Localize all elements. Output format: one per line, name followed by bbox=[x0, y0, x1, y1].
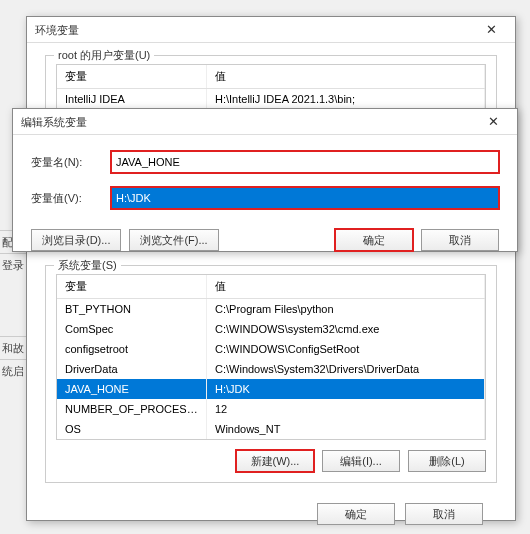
list-item[interactable]: JAVA_HONEH:\JDK bbox=[57, 379, 485, 399]
ok-button[interactable]: 确定 bbox=[335, 229, 413, 251]
edit-variable-dialog: 编辑系统变量 ✕ 变量名(N): 变量值(V): 浏览目录(D)... 浏览文件… bbox=[12, 108, 518, 252]
browse-dir-button[interactable]: 浏览目录(D)... bbox=[31, 229, 121, 251]
list-item[interactable]: configsetrootC:\WINDOWS\ConfigSetRoot bbox=[57, 339, 485, 359]
edit-button[interactable]: 编辑(I)... bbox=[322, 450, 400, 472]
user-vars-legend: root 的用户变量(U) bbox=[54, 48, 154, 63]
delete-button[interactable]: 删除(L) bbox=[408, 450, 486, 472]
edit-titlebar: 编辑系统变量 ✕ bbox=[13, 109, 517, 135]
browse-file-button[interactable]: 浏览文件(F)... bbox=[129, 229, 218, 251]
var-value-label: 变量值(V): bbox=[31, 191, 111, 206]
cancel-button[interactable]: 取消 bbox=[421, 229, 499, 251]
env-variables-dialog: 环境变量 ✕ root 的用户变量(U) 变量 值 IntelliJ IDEA … bbox=[26, 16, 516, 521]
new-button[interactable]: 新建(W)... bbox=[236, 450, 314, 472]
close-icon[interactable]: ✕ bbox=[477, 109, 509, 135]
system-vars-group: 系统变量(S) 变量 值 BT_PYTHONC:\Program Files\p… bbox=[45, 265, 497, 483]
ok-button[interactable]: 确定 bbox=[317, 503, 395, 525]
system-vars-list[interactable]: 变量 值 BT_PYTHONC:\Program Files\python Co… bbox=[56, 274, 486, 440]
var-name-input[interactable] bbox=[111, 151, 499, 173]
list-item[interactable]: BT_PYTHONC:\Program Files\python bbox=[57, 299, 485, 319]
list-item[interactable]: OSWindows_NT bbox=[57, 419, 485, 439]
edit-title: 编辑系统变量 bbox=[21, 109, 87, 135]
env-titlebar: 环境变量 ✕ bbox=[27, 17, 515, 43]
list-item[interactable]: ComSpecC:\WINDOWS\system32\cmd.exe bbox=[57, 319, 485, 339]
env-title: 环境变量 bbox=[35, 17, 79, 43]
list-item[interactable]: NUMBER_OF_PROCESSORS12 bbox=[57, 399, 485, 419]
cancel-button[interactable]: 取消 bbox=[405, 503, 483, 525]
var-value-input[interactable] bbox=[111, 187, 499, 209]
user-vars-list[interactable]: 变量 值 IntelliJ IDEA H:\IntelliJ IDEA 2021… bbox=[56, 64, 486, 112]
list-item[interactable]: DriverDataC:\Windows\System32\Drivers\Dr… bbox=[57, 359, 485, 379]
list-header: 变量 值 bbox=[57, 275, 485, 299]
close-icon[interactable]: ✕ bbox=[475, 17, 507, 43]
var-name-label: 变量名(N): bbox=[31, 155, 111, 170]
list-item[interactable]: IntelliJ IDEA H:\IntelliJ IDEA 2021.1.3\… bbox=[57, 89, 485, 109]
list-header: 变量 值 bbox=[57, 65, 485, 89]
